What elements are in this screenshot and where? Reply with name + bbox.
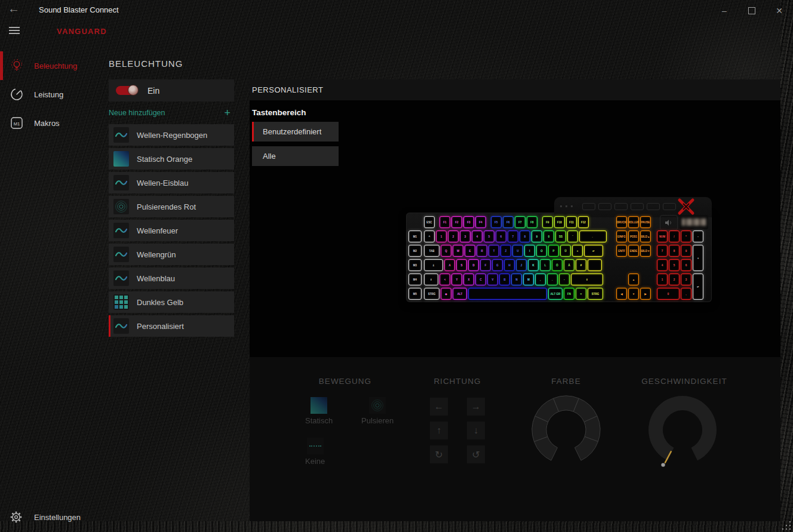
keyboard-key[interactable]: L [540, 259, 551, 271]
keyboard-key[interactable]: Z [500, 245, 511, 257]
keyboard-key[interactable]: BILD▲ [640, 230, 651, 242]
keyboard-key[interactable]: 1 [436, 230, 447, 242]
power-toggle[interactable] [116, 86, 138, 95]
keyboard-key[interactable]: ⇩ [424, 259, 443, 271]
keyboard-key[interactable]: 8 [669, 245, 680, 257]
keyboard-key[interactable]: I [524, 245, 535, 257]
preset-item[interactable]: Wellengrün [109, 244, 234, 265]
preset-item[interactable]: Wellen-Eisblau [109, 172, 234, 193]
keyboard-key[interactable] [588, 259, 602, 271]
preset-item[interactable]: Pulsierendes Rot [109, 196, 234, 217]
motion-option-statisch[interactable]: Statisch [305, 397, 333, 425]
hamburger-menu-icon[interactable] [9, 27, 20, 36]
keyboard-key[interactable]: ▲ [628, 273, 639, 285]
keyboard-key[interactable]: ALT [453, 288, 467, 300]
keyboard-key[interactable]: BILD▼ [640, 245, 651, 257]
sidebar-item-leistung[interactable]: Leistung [0, 80, 107, 109]
preset-item[interactable]: Statisch Orange [109, 148, 234, 170]
keyboard-key[interactable]: NUM [657, 230, 668, 242]
keyboard-key[interactable]: X [463, 273, 474, 285]
keyboard-key[interactable]: ↵ [693, 273, 703, 300]
keyboard-key[interactable]: PAUSE [640, 216, 651, 228]
keyboard-key[interactable]: ß [555, 230, 566, 242]
direction-down-button[interactable]: ↓ [467, 422, 485, 439]
keyboard-key[interactable]: F9 [542, 216, 553, 228]
keyboard-key[interactable]: 0 [657, 288, 680, 300]
keyboard-key[interactable]: B [499, 273, 510, 285]
close-button[interactable]: ✕ [766, 0, 793, 21]
keyboard-key[interactable]: / [669, 230, 680, 242]
direction-rotate-cw-button[interactable]: ↻ [430, 445, 448, 463]
keyboard-key[interactable]: 1 [657, 273, 668, 285]
keyboard-key[interactable]: ^ [424, 230, 435, 242]
keyboard-key[interactable]: F6 [503, 216, 514, 228]
keyboard-key[interactable]: # [576, 259, 586, 271]
keyboard-key[interactable]: 3 [681, 273, 691, 285]
keyboard-key[interactable]: 5 [669, 259, 680, 271]
keyboard-key[interactable]: F5 [491, 216, 502, 228]
keyboard-key[interactable]: M1 [408, 230, 422, 242]
keyboard-key[interactable]: T [488, 245, 499, 257]
keyboard-key[interactable]: C [475, 273, 486, 285]
keyboard-key[interactable]: ⇧ [424, 273, 438, 285]
keyboard-key[interactable]: TAB [424, 245, 439, 257]
sidebar-item-beleuchtung[interactable]: Beleuchtung [0, 51, 107, 80]
keyboard-key[interactable]: 7 [508, 230, 518, 242]
direction-right-button[interactable]: → [467, 398, 485, 416]
keyboard-key[interactable]: F3 [463, 216, 474, 228]
preset-item[interactable]: Personalisiert [109, 315, 234, 337]
keyboard-key[interactable]: 5 [484, 230, 494, 242]
keyboard-key[interactable]: ENDE [628, 245, 639, 257]
keyboard-key[interactable] [468, 288, 547, 300]
preset-item[interactable]: Wellenblau [109, 267, 234, 289]
keyboard-key[interactable]: F1 [439, 216, 450, 228]
keyboard-key[interactable]: ◆ [441, 288, 451, 300]
keyboard-key[interactable]: 4 [657, 259, 668, 271]
maximize-button[interactable] [738, 0, 766, 21]
sidebar-item-einstellungen[interactable]: Einstellungen [0, 503, 107, 531]
keyboard-key[interactable]: 6 [496, 230, 506, 242]
color-knob[interactable] [524, 388, 608, 472]
keyboard-key[interactable]: ⇧ [571, 273, 603, 285]
resize-grip[interactable] [789, 528, 791, 530]
keyboard-key[interactable]: 2 [669, 273, 680, 285]
direction-left-button[interactable]: ← [430, 398, 448, 416]
zone-button-benutzerdefiniert[interactable]: Benutzerdefiniert [252, 122, 339, 142]
keyboard-key[interactable]: ← [579, 230, 607, 242]
keyboard-key[interactable]: ALT GR [548, 288, 563, 300]
back-icon[interactable]: ← [8, 2, 20, 16]
keyboard-key[interactable]: D [468, 259, 479, 271]
keyboard-key[interactable]: ↵ [584, 245, 603, 257]
keyboard-key[interactable]: N [511, 273, 522, 285]
keyboard-key[interactable]: A [444, 259, 455, 271]
keyboard-key[interactable]: 3 [460, 230, 471, 242]
keyboard-key[interactable]: M2 [408, 245, 422, 257]
zone-button-alle[interactable]: Alle [252, 146, 339, 166]
keyboard-key[interactable]: ESC [424, 216, 435, 228]
keyboard-key[interactable]: + [572, 245, 583, 257]
keyboard-key[interactable]: . [547, 273, 558, 285]
keyboard-key[interactable]: F4 [475, 216, 486, 228]
keyboard-key[interactable]: K [528, 259, 539, 271]
keyboard-key[interactable]: U [512, 245, 523, 257]
keyboard-key[interactable]: H [504, 259, 515, 271]
keyboard-key[interactable]: M5 [408, 288, 422, 300]
keyboard-key[interactable]: Ä [564, 259, 574, 271]
keyboard-key[interactable]: Ü [560, 245, 571, 257]
keyboard-key[interactable]: , [681, 288, 691, 300]
keyboard-key[interactable]: Ö [552, 259, 563, 271]
keyboard-key[interactable]: V [487, 273, 498, 285]
keyboard-key[interactable]: G [492, 259, 503, 271]
keyboard-key[interactable]: FN [564, 288, 574, 300]
keyboard-key[interactable]: Y [451, 273, 462, 285]
keyboard-key[interactable]: EINFG [616, 230, 627, 242]
keyboard-key[interactable]: S [456, 259, 467, 271]
add-preset-row[interactable]: Neue hinzufügen + [109, 105, 234, 121]
preset-item[interactable]: Wellen-Regenbogen [109, 124, 234, 146]
keyboard-key[interactable]: F10 [554, 216, 565, 228]
keyboard-key[interactable]: 6 [681, 259, 691, 271]
keyboard-key[interactable]: O [536, 245, 547, 257]
keyboard-key[interactable]: ▼ [628, 288, 639, 300]
keyboard-key[interactable]: ◀ [616, 288, 627, 300]
keyboard-key[interactable]: M [523, 273, 534, 285]
